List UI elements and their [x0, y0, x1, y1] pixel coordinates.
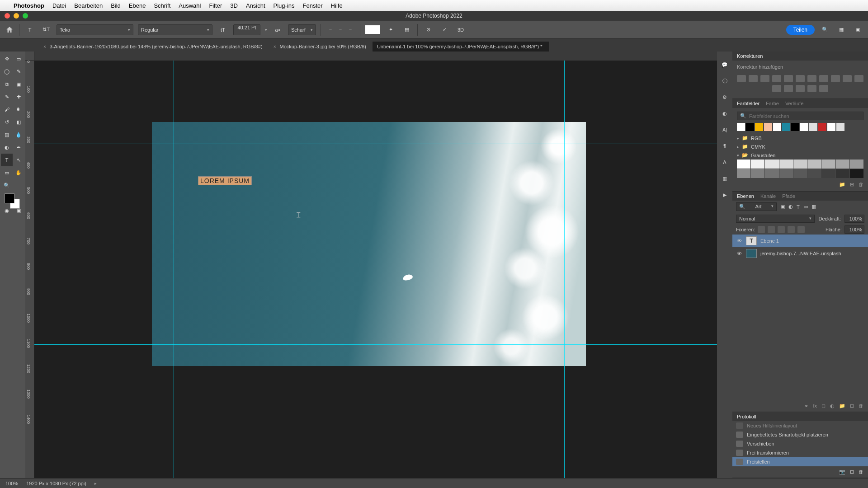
menu-schrift[interactable]: Schrift: [154, 2, 170, 9]
stamp-tool[interactable]: ⧯: [13, 103, 24, 116]
adjustment-layer-icon[interactable]: ◐: [830, 403, 835, 409]
swatch[interactable]: [809, 123, 817, 131]
hand-tool[interactable]: ✋: [13, 166, 24, 179]
delete-layer-icon[interactable]: 🗑: [859, 403, 863, 409]
menu-auswahl[interactable]: Auswahl: [179, 2, 201, 9]
gradient-tool[interactable]: ▨: [1, 128, 13, 141]
swatch[interactable]: [737, 169, 750, 178]
filter-pixel-icon[interactable]: ▣: [780, 204, 785, 210]
delete-swatch-icon[interactable]: 🗑: [859, 182, 863, 188]
paragraph-panel-icon[interactable]: ¶: [720, 141, 730, 151]
gradient-map-icon[interactable]: [807, 85, 816, 92]
quick-select-tool[interactable]: ✎: [13, 65, 24, 78]
swatch[interactable]: [793, 160, 807, 169]
history-item[interactable]: Neues Hilfslinienlayout: [732, 421, 868, 430]
new-snapshot-icon[interactable]: 📷: [839, 469, 845, 475]
eyedropper-tool[interactable]: ✎: [1, 90, 13, 103]
visibility-icon[interactable]: 👁: [736, 251, 742, 256]
text-color-swatch[interactable]: [365, 25, 380, 35]
panel-tab-history[interactable]: Protokoll: [737, 414, 756, 419]
path-select-tool[interactable]: ↖: [13, 154, 24, 166]
brush-tool[interactable]: 🖌: [1, 103, 13, 116]
swatch-search[interactable]: 🔍: [737, 112, 863, 120]
swatch[interactable]: [850, 169, 863, 178]
zoom-tool[interactable]: 🔍: [1, 179, 13, 192]
character-panel-icon[interactable]: A|: [720, 125, 730, 135]
swatch[interactable]: [782, 123, 790, 131]
comments-panel-icon[interactable]: 💬: [720, 60, 730, 70]
layer-name[interactable]: Ebene 1: [760, 238, 779, 244]
character-panel-icon[interactable]: ▤: [401, 24, 413, 36]
panel-tab-channels[interactable]: Kanäle: [760, 193, 776, 199]
font-size-input[interactable]: 40,21 Pt: [233, 24, 260, 35]
close-icon[interactable]: ×: [43, 44, 46, 49]
guide-vertical[interactable]: [174, 61, 174, 478]
swatch-folder-gray[interactable]: ▾📂Graustufen: [737, 151, 863, 160]
move-tool[interactable]: ✥: [1, 52, 13, 65]
new-swatch-icon[interactable]: ⊞: [850, 182, 854, 188]
new-folder-icon[interactable]: 📁: [839, 182, 845, 188]
window-close-button[interactable]: [5, 13, 10, 19]
history-brush-tool[interactable]: ↺: [1, 116, 13, 128]
swatch[interactable]: [821, 160, 835, 169]
swatch[interactable]: [807, 160, 821, 169]
group-icon[interactable]: 📁: [839, 403, 845, 409]
lookup-icon[interactable]: [854, 75, 863, 82]
frame-tool[interactable]: ▣: [13, 78, 24, 90]
layer-item[interactable]: 👁 jeremy-bishop-7...NWjEAE-unsplash: [732, 247, 868, 260]
threshold-icon[interactable]: [796, 85, 805, 92]
lasso-tool[interactable]: ◯: [1, 65, 13, 78]
visibility-icon[interactable]: 👁: [736, 238, 742, 244]
eraser-tool[interactable]: ◧: [13, 116, 24, 128]
lock-transparent-icon[interactable]: [758, 226, 765, 233]
3d-icon[interactable]: 3D: [455, 24, 467, 36]
swatch[interactable]: [765, 160, 778, 169]
properties-panel-icon[interactable]: ⚙: [720, 92, 730, 102]
swatch[interactable]: [807, 169, 821, 178]
type-tool[interactable]: T: [1, 154, 13, 166]
swatch-folder-cmyk[interactable]: ▸📁CMYK: [737, 142, 863, 151]
swatch[interactable]: [765, 169, 778, 178]
swatch[interactable]: [836, 169, 849, 178]
arrange-icon[interactable]: ▣: [852, 24, 863, 36]
menu-ansicht[interactable]: Ansicht: [246, 2, 265, 9]
bw-icon[interactable]: [819, 75, 828, 82]
swatch[interactable]: [751, 160, 764, 169]
menu-3d[interactable]: 3D: [230, 2, 238, 9]
swatch[interactable]: [850, 160, 863, 169]
new-layer-icon[interactable]: ⊞: [850, 403, 854, 409]
adjustments-panel-icon[interactable]: ◐: [720, 108, 730, 118]
swatch[interactable]: [818, 123, 826, 131]
opacity-input[interactable]: 100%: [844, 215, 864, 223]
invert-icon[interactable]: [772, 85, 781, 92]
filter-smart-icon[interactable]: ▦: [811, 204, 816, 210]
posterize-icon[interactable]: [784, 85, 793, 92]
layer-item[interactable]: 👁 T Ebene 1: [732, 235, 868, 247]
lock-artboard-icon[interactable]: [788, 226, 795, 233]
swatch[interactable]: [836, 160, 849, 169]
align-right-icon[interactable]: ≡: [345, 24, 355, 36]
swatch[interactable]: [737, 123, 745, 131]
filter-shape-icon[interactable]: ▭: [803, 204, 808, 210]
swatch[interactable]: [764, 123, 772, 131]
zoom-level[interactable]: 100%: [5, 481, 18, 486]
menu-fenster[interactable]: Fenster: [303, 2, 323, 9]
swatch[interactable]: [751, 169, 764, 178]
align-center-icon[interactable]: ≡: [335, 24, 345, 36]
document-tab[interactable]: ×Mockup-Banner-3.jpg bei 50% (RGB/8): [269, 42, 373, 52]
swatch[interactable]: [779, 160, 793, 169]
warp-text-icon[interactable]: ✦: [385, 24, 396, 36]
panel-tab-adjustments[interactable]: Korrekturen: [737, 53, 763, 59]
glyphs-panel-icon[interactable]: A: [720, 157, 730, 167]
panel-tab-layers[interactable]: Ebenen: [737, 193, 754, 199]
exposure-icon[interactable]: [772, 75, 781, 82]
panel-tab-gradients[interactable]: Verläufe: [785, 101, 803, 106]
selective-color-icon[interactable]: [819, 85, 828, 92]
levels-icon[interactable]: [749, 75, 758, 82]
swatch[interactable]: [746, 123, 754, 131]
swatch-search-input[interactable]: [749, 113, 860, 119]
workspace-icon[interactable]: ▦: [835, 24, 847, 36]
history-item[interactable]: Eingebettetes Smartobjekt platzieren: [732, 430, 868, 439]
vibrance-icon[interactable]: [784, 75, 793, 82]
swatch[interactable]: [800, 123, 808, 131]
